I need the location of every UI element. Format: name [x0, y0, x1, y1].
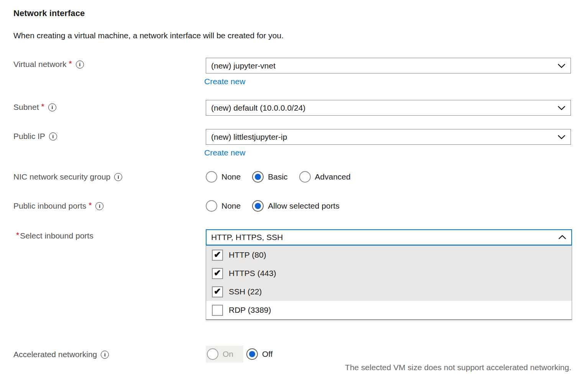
info-icon[interactable]: i: [114, 173, 122, 181]
accelerated-networking-note: The selected VM size does not support ac…: [345, 363, 571, 372]
required-asterisk: *: [89, 201, 92, 210]
radio-icon: [207, 348, 218, 360]
checkmark-icon: ✔: [214, 287, 221, 296]
checkmark-icon: ✔: [214, 269, 221, 278]
port-option-label: RDP (3389): [229, 305, 271, 315]
accelerated-networking-option-on: On: [206, 346, 243, 363]
port-option-label: HTTPS (443): [229, 269, 276, 278]
virtual-network-label: Virtual network * i: [13, 59, 84, 70]
subnet-select[interactable]: (new) default (10.0.0.0/24): [206, 100, 571, 116]
port-option-label: HTTP (80): [229, 250, 266, 260]
radio-icon: [206, 171, 217, 183]
field-label-text: Public inbound ports: [13, 201, 86, 211]
section-title: Network interface: [13, 8, 85, 18]
nic-nsg-label: NIC network security group i: [13, 172, 122, 182]
accelerated-networking-option-off[interactable]: Off: [246, 348, 273, 360]
public-ip-selected-value: (new) littlestjupyter-ip: [211, 132, 287, 142]
network-interface-section: Network interface When creating a virtua…: [0, 0, 587, 392]
required-asterisk: *: [69, 59, 72, 68]
radio-option-label: Allow selected ports: [268, 201, 339, 211]
select-inbound-ports-combobox[interactable]: HTTP, HTTPS, SSH: [206, 229, 572, 245]
field-label-text: Public IP: [13, 132, 45, 141]
field-label-text: Subnet: [13, 103, 39, 112]
public-inbound-ports-radio-group: None Allow selected ports: [206, 200, 351, 212]
info-icon[interactable]: i: [49, 132, 57, 140]
accelerated-networking-radio-group: On Off: [206, 346, 284, 363]
radio-option-label: Off: [262, 350, 273, 359]
radio-icon: [206, 200, 217, 212]
radio-option-label: On: [223, 350, 233, 359]
required-asterisk: *: [41, 102, 44, 111]
section-description: When creating a virtual machine, a netwo…: [13, 31, 284, 40]
port-option-http[interactable]: ✔ HTTP (80): [206, 246, 572, 264]
info-icon[interactable]: i: [76, 60, 84, 69]
public-inbound-ports-label: Public inbound ports * i: [13, 201, 103, 211]
port-option-ssh[interactable]: ✔ SSH (22): [206, 283, 572, 301]
radio-option-label: Basic: [268, 172, 287, 181]
nic-nsg-option-none[interactable]: None: [206, 171, 241, 183]
chevron-up-icon: [558, 235, 566, 240]
nic-nsg-option-basic[interactable]: Basic: [252, 171, 287, 183]
port-option-https[interactable]: ✔ HTTPS (443): [206, 264, 572, 283]
create-new-public-ip-link[interactable]: Create new: [204, 148, 245, 157]
virtual-network-selected-value: (new) jupyter-vnet: [211, 61, 275, 70]
field-label-text: NIC network security group: [13, 172, 110, 181]
inbound-ports-option-none[interactable]: None: [206, 200, 241, 212]
info-icon[interactable]: i: [95, 202, 103, 210]
public-ip-label: Public IP i: [13, 131, 57, 142]
chevron-down-icon: [557, 135, 566, 139]
port-option-rdp[interactable]: ✔ RDP (3389): [206, 301, 572, 319]
radio-option-label: None: [221, 172, 241, 181]
inbound-ports-option-allow-selected[interactable]: Allow selected ports: [252, 200, 339, 212]
select-inbound-ports-label: * Select inbound ports: [16, 230, 96, 241]
field-label-text: Virtual network: [13, 60, 67, 69]
nic-nsg-radio-group: None Basic Advanced: [206, 171, 362, 183]
radio-icon: [252, 171, 264, 183]
checkbox-icon: ✔: [212, 268, 223, 279]
checkbox-icon: ✔: [212, 305, 223, 316]
create-new-vnet-link[interactable]: Create new: [204, 77, 245, 86]
radio-option-label: None: [221, 201, 241, 211]
virtual-network-select[interactable]: (new) jupyter-vnet: [206, 58, 571, 74]
checkbox-icon: ✔: [212, 250, 223, 261]
radio-icon: [299, 171, 311, 183]
chevron-down-icon: [557, 64, 566, 68]
chevron-down-icon: [557, 106, 566, 110]
inbound-ports-dropdown-panel: ✔ HTTP (80) ✔ HTTPS (443) ✔ SSH (22) ✔ R…: [206, 245, 572, 320]
field-label-text: Accelerated networking: [13, 350, 97, 359]
accelerated-networking-label: Accelerated networking i: [13, 349, 109, 360]
checkmark-icon: ✔: [214, 250, 221, 259]
checkbox-icon: ✔: [212, 286, 223, 297]
subnet-label: Subnet * i: [13, 102, 56, 113]
nic-nsg-option-advanced[interactable]: Advanced: [299, 171, 351, 183]
info-icon[interactable]: i: [101, 351, 109, 359]
public-ip-select[interactable]: (new) littlestjupyter-ip: [206, 129, 571, 145]
subnet-selected-value: (new) default (10.0.0.0/24): [211, 103, 305, 113]
required-asterisk: *: [16, 230, 19, 240]
field-label-text: Select inbound ports: [20, 231, 93, 240]
radio-option-label: Advanced: [315, 172, 351, 181]
port-option-label: SSH (22): [229, 287, 262, 296]
inbound-ports-value: HTTP, HTTPS, SSH: [211, 233, 283, 242]
radio-icon: [252, 200, 264, 212]
info-icon[interactable]: i: [48, 103, 56, 111]
radio-icon: [246, 348, 258, 360]
